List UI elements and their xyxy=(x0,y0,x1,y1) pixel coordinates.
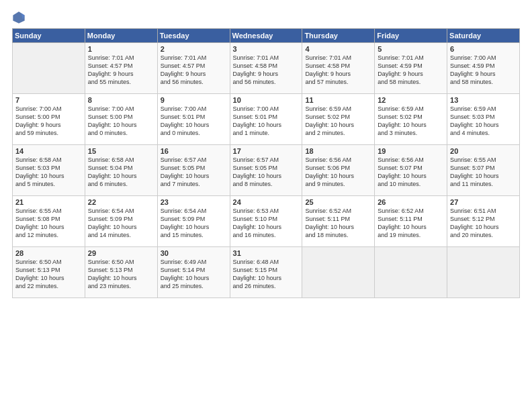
day-number: 8 xyxy=(88,96,154,104)
day-info: Sunrise: 6:48 AM Sunset: 5:15 PM Dayligh… xyxy=(233,258,300,291)
header-cell-saturday: Saturday xyxy=(447,29,520,43)
day-number: 15 xyxy=(88,147,154,155)
week-row-3: 14Sunrise: 6:58 AM Sunset: 5:03 PM Dayli… xyxy=(13,145,520,196)
day-cell: 22Sunrise: 6:54 AM Sunset: 5:09 PM Dayli… xyxy=(85,196,157,247)
day-number: 21 xyxy=(15,198,82,206)
day-number: 12 xyxy=(378,96,444,104)
day-info: Sunrise: 6:58 AM Sunset: 5:03 PM Dayligh… xyxy=(15,156,82,189)
day-number: 9 xyxy=(161,96,227,104)
day-number: 18 xyxy=(305,147,371,155)
day-info: Sunrise: 6:54 AM Sunset: 5:09 PM Dayligh… xyxy=(161,207,227,240)
day-cell: 26Sunrise: 6:52 AM Sunset: 5:11 PM Dayli… xyxy=(375,196,447,247)
day-number: 19 xyxy=(378,147,444,155)
logo-icon xyxy=(12,11,26,24)
day-number: 13 xyxy=(450,96,517,104)
day-info: Sunrise: 7:01 AM Sunset: 4:58 PM Dayligh… xyxy=(233,54,300,87)
day-cell: 8Sunrise: 7:00 AM Sunset: 5:00 PM Daylig… xyxy=(85,94,157,145)
day-info: Sunrise: 7:00 AM Sunset: 5:00 PM Dayligh… xyxy=(88,105,154,138)
header-cell-friday: Friday xyxy=(375,29,447,43)
day-info: Sunrise: 6:57 AM Sunset: 5:05 PM Dayligh… xyxy=(233,156,300,189)
header-cell-tuesday: Tuesday xyxy=(157,29,230,43)
day-info: Sunrise: 6:52 AM Sunset: 5:11 PM Dayligh… xyxy=(305,207,371,240)
day-cell: 16Sunrise: 6:57 AM Sunset: 5:05 PM Dayli… xyxy=(157,145,230,196)
week-row-4: 21Sunrise: 6:55 AM Sunset: 5:08 PM Dayli… xyxy=(13,196,520,247)
day-cell: 18Sunrise: 6:56 AM Sunset: 5:06 PM Dayli… xyxy=(302,145,375,196)
day-cell: 31Sunrise: 6:48 AM Sunset: 5:15 PM Dayli… xyxy=(230,247,302,298)
day-info: Sunrise: 6:52 AM Sunset: 5:11 PM Dayligh… xyxy=(378,207,444,240)
day-info: Sunrise: 6:49 AM Sunset: 5:14 PM Dayligh… xyxy=(161,258,227,291)
day-cell: 4Sunrise: 7:01 AM Sunset: 4:58 PM Daylig… xyxy=(302,43,375,94)
day-cell: 14Sunrise: 6:58 AM Sunset: 5:03 PM Dayli… xyxy=(13,145,85,196)
day-info: Sunrise: 6:50 AM Sunset: 5:13 PM Dayligh… xyxy=(15,258,82,291)
day-number: 4 xyxy=(305,45,371,53)
week-row-5: 28Sunrise: 6:50 AM Sunset: 5:13 PM Dayli… xyxy=(13,247,520,298)
day-info: Sunrise: 6:59 AM Sunset: 5:02 PM Dayligh… xyxy=(378,105,444,138)
day-cell: 10Sunrise: 7:00 AM Sunset: 5:01 PM Dayli… xyxy=(230,94,302,145)
day-info: Sunrise: 7:01 AM Sunset: 4:57 PM Dayligh… xyxy=(88,54,154,87)
day-cell xyxy=(302,247,375,298)
day-cell: 19Sunrise: 6:56 AM Sunset: 5:07 PM Dayli… xyxy=(375,145,447,196)
header xyxy=(12,11,520,24)
day-number: 11 xyxy=(305,96,371,104)
day-info: Sunrise: 7:00 AM Sunset: 4:59 PM Dayligh… xyxy=(450,54,517,87)
day-number: 25 xyxy=(305,198,371,206)
day-info: Sunrise: 6:56 AM Sunset: 5:06 PM Dayligh… xyxy=(305,156,371,189)
day-number: 7 xyxy=(15,96,82,104)
day-cell: 23Sunrise: 6:54 AM Sunset: 5:09 PM Dayli… xyxy=(157,196,230,247)
day-cell: 28Sunrise: 6:50 AM Sunset: 5:13 PM Dayli… xyxy=(13,247,85,298)
day-cell: 12Sunrise: 6:59 AM Sunset: 5:02 PM Dayli… xyxy=(375,94,447,145)
day-number: 10 xyxy=(233,96,300,104)
day-info: Sunrise: 7:00 AM Sunset: 5:01 PM Dayligh… xyxy=(161,105,227,138)
day-info: Sunrise: 6:50 AM Sunset: 5:13 PM Dayligh… xyxy=(88,258,154,291)
day-number: 3 xyxy=(233,45,300,53)
calendar-table: SundayMondayTuesdayWednesdayThursdayFrid… xyxy=(12,28,520,298)
day-number: 20 xyxy=(450,147,517,155)
day-cell: 21Sunrise: 6:55 AM Sunset: 5:08 PM Dayli… xyxy=(13,196,85,247)
day-cell: 7Sunrise: 7:00 AM Sunset: 5:00 PM Daylig… xyxy=(13,94,85,145)
day-info: Sunrise: 6:59 AM Sunset: 5:02 PM Dayligh… xyxy=(305,105,371,138)
day-number: 26 xyxy=(378,198,444,206)
day-number: 24 xyxy=(233,198,300,206)
logo xyxy=(12,11,28,24)
calendar-page: SundayMondayTuesdayWednesdayThursdayFrid… xyxy=(0,0,532,411)
day-cell: 3Sunrise: 7:01 AM Sunset: 4:58 PM Daylig… xyxy=(230,43,302,94)
day-info: Sunrise: 6:57 AM Sunset: 5:05 PM Dayligh… xyxy=(161,156,227,189)
day-info: Sunrise: 7:00 AM Sunset: 5:01 PM Dayligh… xyxy=(233,105,300,138)
day-number: 6 xyxy=(450,45,517,53)
day-cell: 24Sunrise: 6:53 AM Sunset: 5:10 PM Dayli… xyxy=(230,196,302,247)
day-cell xyxy=(13,43,85,94)
day-info: Sunrise: 6:55 AM Sunset: 5:07 PM Dayligh… xyxy=(450,156,517,189)
day-info: Sunrise: 7:01 AM Sunset: 4:58 PM Dayligh… xyxy=(305,54,371,87)
day-number: 14 xyxy=(15,147,82,155)
day-number: 17 xyxy=(233,147,300,155)
day-number: 22 xyxy=(88,198,154,206)
header-cell-wednesday: Wednesday xyxy=(230,29,302,43)
day-cell: 27Sunrise: 6:51 AM Sunset: 5:12 PM Dayli… xyxy=(447,196,520,247)
day-number: 29 xyxy=(88,249,154,257)
day-number: 27 xyxy=(450,198,517,206)
day-number: 31 xyxy=(233,249,300,257)
header-cell-monday: Monday xyxy=(85,29,157,43)
day-info: Sunrise: 7:01 AM Sunset: 4:57 PM Dayligh… xyxy=(161,54,227,87)
day-info: Sunrise: 6:51 AM Sunset: 5:12 PM Dayligh… xyxy=(450,207,517,240)
day-info: Sunrise: 7:01 AM Sunset: 4:59 PM Dayligh… xyxy=(378,54,444,87)
week-row-2: 7Sunrise: 7:00 AM Sunset: 5:00 PM Daylig… xyxy=(13,94,520,145)
day-info: Sunrise: 6:56 AM Sunset: 5:07 PM Dayligh… xyxy=(378,156,444,189)
day-cell: 20Sunrise: 6:55 AM Sunset: 5:07 PM Dayli… xyxy=(447,145,520,196)
day-info: Sunrise: 6:54 AM Sunset: 5:09 PM Dayligh… xyxy=(88,207,154,240)
day-info: Sunrise: 6:58 AM Sunset: 5:04 PM Dayligh… xyxy=(88,156,154,189)
day-cell: 6Sunrise: 7:00 AM Sunset: 4:59 PM Daylig… xyxy=(447,43,520,94)
week-row-1: 1Sunrise: 7:01 AM Sunset: 4:57 PM Daylig… xyxy=(13,43,520,94)
day-cell: 5Sunrise: 7:01 AM Sunset: 4:59 PM Daylig… xyxy=(375,43,447,94)
day-cell: 1Sunrise: 7:01 AM Sunset: 4:57 PM Daylig… xyxy=(85,43,157,94)
day-cell: 15Sunrise: 6:58 AM Sunset: 5:04 PM Dayli… xyxy=(85,145,157,196)
day-cell: 29Sunrise: 6:50 AM Sunset: 5:13 PM Dayli… xyxy=(85,247,157,298)
header-cell-thursday: Thursday xyxy=(302,29,375,43)
day-cell: 2Sunrise: 7:01 AM Sunset: 4:57 PM Daylig… xyxy=(157,43,230,94)
day-number: 1 xyxy=(88,45,154,53)
day-number: 2 xyxy=(161,45,227,53)
day-number: 16 xyxy=(161,147,227,155)
day-info: Sunrise: 7:00 AM Sunset: 5:00 PM Dayligh… xyxy=(15,105,82,138)
header-cell-sunday: Sunday xyxy=(13,29,85,43)
day-cell xyxy=(375,247,447,298)
